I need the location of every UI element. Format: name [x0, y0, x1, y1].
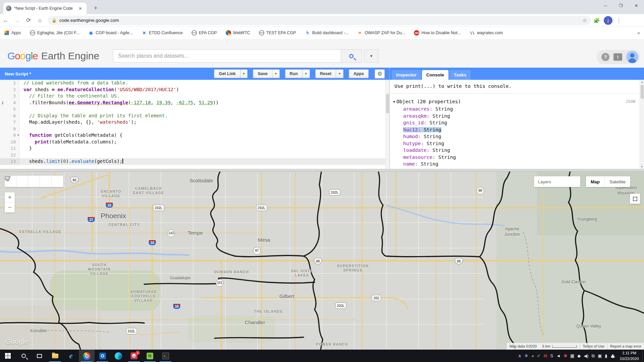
- polygon-icon[interactable]: [40, 176, 52, 187]
- apps-button[interactable]: Apps: [349, 69, 369, 78]
- layers-panel[interactable]: Layers: [534, 176, 580, 187]
- home-icon[interactable]: ⌂: [34, 17, 46, 24]
- code-line[interactable]: 11 }: [0, 145, 389, 152]
- code-line[interactable]: 2var sheds = ee.FeatureCollection('USGS/…: [0, 86, 389, 93]
- dropdown-caret-icon[interactable]: ▼: [240, 69, 248, 78]
- taskbar-cmd-icon[interactable]: >_: [158, 350, 173, 362]
- bookmark-item[interactable]: WebRTC: [226, 30, 250, 36]
- bookmark-item[interactable]: ϟBuild dashboard -...: [305, 30, 348, 36]
- report-error-link[interactable]: Report a map error: [607, 343, 644, 350]
- back-icon[interactable]: ←: [0, 17, 11, 24]
- property-row[interactable]: name: String: [390, 161, 644, 168]
- tab-close-icon[interactable]: ✕: [77, 5, 84, 12]
- taskbar-clock[interactable]: 1:11 PM 10/22/2020: [618, 350, 642, 362]
- avatar[interactable]: [626, 51, 638, 63]
- new-tab-button[interactable]: +: [91, 5, 100, 12]
- code-line[interactable]: 12: [0, 152, 389, 159]
- polyline-icon[interactable]: [28, 176, 40, 187]
- monitors-icon[interactable]: ⧉: [592, 354, 595, 358]
- taskbar-explorer-icon[interactable]: [47, 350, 63, 362]
- address-bar[interactable]: 🔒 code.earthengine.google.com ☆: [48, 16, 591, 25]
- taskbar-start-icon[interactable]: [0, 350, 16, 362]
- search-button[interactable]: [341, 49, 362, 63]
- taskbar-chrome-icon[interactable]: [79, 350, 95, 362]
- code-line[interactable]: 10 print(tableMetadata.columns);: [0, 139, 389, 145]
- tab-console[interactable]: Console: [422, 70, 448, 80]
- code-line[interactable]: 9▼ function getCols(tableMetadata) {: [0, 132, 389, 139]
- property-row[interactable]: hutype: String: [390, 140, 644, 147]
- code-line[interactable]: i4 .filterBounds(ee.Geometry.Rectangle(-…: [0, 100, 389, 106]
- code-line[interactable]: 3 // Filter to the continental US.: [0, 93, 389, 100]
- dropdown-caret-icon[interactable]: ▼: [272, 69, 280, 78]
- rectangle-icon[interactable]: [52, 176, 63, 187]
- scroll-up-icon[interactable]: ▲: [641, 80, 643, 83]
- code-area[interactable]: 1// Load watersheds from a data table.2v…: [0, 80, 389, 169]
- taskbar-notepadpp-icon[interactable]: N: [142, 350, 158, 362]
- reload-icon[interactable]: ⟳: [23, 17, 34, 24]
- run-button[interactable]: Run: [285, 69, 303, 78]
- chevron-up-icon[interactable]: ∧: [518, 354, 522, 358]
- extensions-icon[interactable]: 🧩: [591, 17, 602, 23]
- json-toggle[interactable]: JSON: [626, 99, 635, 104]
- search-options-caret[interactable]: ▼: [364, 49, 378, 63]
- settings-gear-icon[interactable]: ⚙: [375, 69, 385, 78]
- search-input[interactable]: [113, 49, 341, 63]
- property-row[interactable]: humod: String: [390, 133, 644, 140]
- dropdown-caret-icon[interactable]: ▼: [303, 69, 310, 78]
- map-canvas[interactable]: ScottsdaleCAMELBACKEAST VILLAGEENCANTOVI…: [0, 172, 644, 350]
- colorwheel-icon[interactable]: ◕: [531, 354, 534, 358]
- bookmark-item[interactable]: ☀OWASP ZAP for Du...: [357, 30, 405, 36]
- defender-alert-icon[interactable]: ✖: [564, 354, 567, 358]
- property-row[interactable]: huc12: String: [390, 126, 644, 133]
- puzzle-icon[interactable]: ❖: [524, 354, 528, 358]
- taskbar-ie-icon[interactable]: e: [63, 350, 79, 362]
- console-scrollbar[interactable]: ▲ ▼: [640, 80, 644, 169]
- taskbar-search-icon[interactable]: [16, 350, 32, 362]
- code-line[interactable]: 7 Map.addLayer(sheds, {}, 'watersheds');: [0, 119, 389, 126]
- scroll-down-icon[interactable]: ▼: [641, 165, 643, 168]
- taskbar-taskview-icon[interactable]: [32, 350, 47, 362]
- minimize-button[interactable]: ─: [598, 0, 613, 11]
- code-line[interactable]: 13 sheds.limit(0).evaluate(getCols);: [0, 158, 389, 165]
- map-type-satellite-button[interactable]: Satellite: [605, 176, 630, 187]
- sync-check-icon[interactable]: ✔: [537, 354, 541, 358]
- bookmark-item[interactable]: 360How to Disable Not...: [414, 30, 461, 36]
- fullscreen-button[interactable]: [630, 194, 640, 204]
- battery-icon[interactable]: ▮: [605, 354, 607, 358]
- bookmark-item[interactable]: EPA CGP: [192, 30, 217, 36]
- s-app-icon[interactable]: S: [550, 354, 553, 358]
- megaphone-icon[interactable]: ◄: [556, 354, 560, 358]
- code-line[interactable]: 5: [0, 106, 389, 113]
- wifi-icon[interactable]: [610, 354, 615, 358]
- tab-inspector[interactable]: Inspector: [392, 70, 421, 80]
- bookmark-item[interactable]: \\wayrates.com: [470, 30, 503, 36]
- fold-arrow-icon[interactable]: ▼: [17, 132, 19, 139]
- bookmark-item[interactable]: ✕ETDD Confluence: [142, 30, 183, 36]
- feedback-icon[interactable]: !: [613, 53, 622, 61]
- editor-scrollbar[interactable]: [385, 80, 389, 169]
- taskbar-edge-icon[interactable]: [110, 350, 126, 362]
- save-button[interactable]: Save: [253, 69, 272, 78]
- bookmarks-overflow-icon[interactable]: »: [637, 30, 640, 36]
- zoom-in-button[interactable]: +: [5, 192, 15, 202]
- forward-icon[interactable]: →: [11, 17, 23, 24]
- bookmark-item[interactable]: TEST EPA CGP: [259, 30, 296, 36]
- help-icon[interactable]: ?: [601, 53, 609, 61]
- volume-icon[interactable]: ◀): [584, 354, 588, 358]
- code-line[interactable]: 8: [0, 126, 389, 132]
- bookmark-item[interactable]: ◆CGP board - Agile...: [88, 30, 133, 36]
- code-line[interactable]: 1// Load watersheds from a data table.: [0, 80, 389, 86]
- property-row[interactable]: metasource: String: [390, 154, 644, 161]
- browser-tab[interactable]: *New Script - Earth Engine Code ✕: [3, 3, 87, 14]
- chrome-profile-avatar[interactable]: j: [604, 16, 612, 25]
- object-header-row[interactable]: ▼ Object (20 properties) JSON: [390, 94, 644, 106]
- property-row[interactable]: areaacres: String: [390, 106, 644, 113]
- shield-icon[interactable]: ◆: [577, 354, 581, 358]
- map-type-map-button[interactable]: Map: [586, 176, 605, 187]
- bookmark-item[interactable]: Apps: [4, 30, 21, 36]
- property-row[interactable]: areasqkm: String: [390, 113, 644, 120]
- reset-button[interactable]: Reset: [315, 69, 336, 78]
- code-line[interactable]: 6 // Display the table and print its fir…: [0, 113, 389, 119]
- get-link-button[interactable]: Get Link: [214, 69, 240, 78]
- mcafee-icon[interactable]: M: [544, 354, 547, 358]
